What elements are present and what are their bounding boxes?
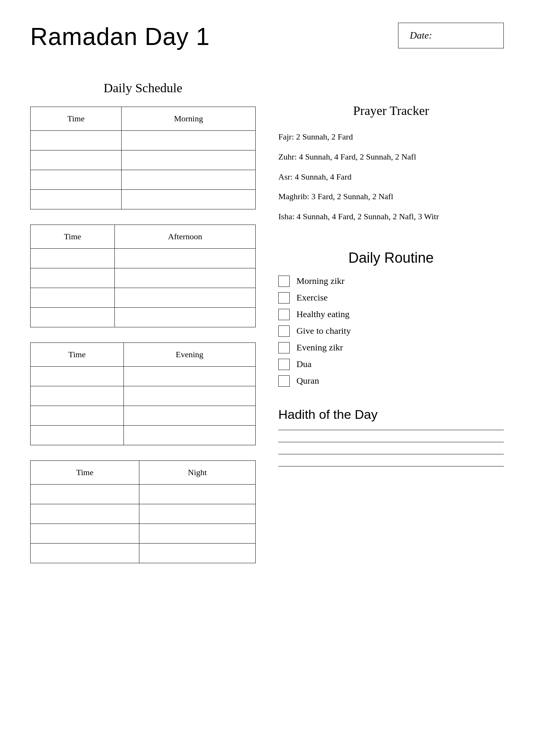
quran-checkbox[interactable] (278, 375, 290, 387)
activity-cell[interactable] (123, 426, 255, 445)
activity-cell[interactable] (122, 150, 256, 170)
afternoon-period-header: Afternoon (115, 225, 256, 249)
exercise-checkbox[interactable] (278, 292, 290, 304)
morning-time-header: Time (31, 107, 122, 131)
time-cell[interactable] (31, 367, 124, 386)
afternoon-table: Time Afternoon (30, 225, 256, 327)
night-period-header: Night (139, 461, 256, 485)
routine-list: Morning zikr Exercise Healthy eating Giv… (278, 276, 504, 392)
activity-cell[interactable] (139, 504, 256, 524)
table-row (31, 504, 256, 524)
time-cell[interactable] (31, 131, 122, 150)
time-cell[interactable] (31, 249, 115, 268)
time-cell[interactable] (31, 524, 139, 544)
prayer-list: Fajr: 2 Sunnah, 2 Fard Zuhr: 4 Sunnah, 4… (278, 131, 504, 231)
evening-zikr-checkbox[interactable] (278, 342, 290, 353)
table-row (31, 406, 256, 426)
prayer-zuhr: Zuhr: 4 Sunnah, 4 Fard, 2 Sunnah, 2 Nafl (278, 151, 504, 163)
routine-label: Evening zikr (296, 342, 343, 353)
table-row (31, 426, 256, 445)
time-cell[interactable] (31, 308, 115, 327)
table-row (31, 367, 256, 386)
activity-cell[interactable] (123, 367, 255, 386)
morning-table: Time Morning (30, 107, 256, 209)
table-row (31, 308, 256, 327)
time-cell[interactable] (31, 190, 122, 209)
table-row (31, 150, 256, 170)
prayer-fajr: Fajr: 2 Sunnah, 2 Fard (278, 131, 504, 143)
routine-label: Quran (296, 376, 319, 386)
time-cell[interactable] (31, 150, 122, 170)
hadith-title: Hadith of the Day (278, 407, 504, 422)
table-row (31, 544, 256, 563)
time-cell[interactable] (31, 406, 124, 426)
hadith-line-3[interactable] (278, 454, 504, 454)
routine-dua: Dua (278, 359, 504, 370)
routine-exercise: Exercise (278, 292, 504, 304)
activity-cell[interactable] (123, 386, 255, 406)
table-row (31, 524, 256, 544)
table-row (31, 288, 256, 308)
prayer-tracker-title: Prayer Tracker (278, 104, 504, 118)
time-cell[interactable] (31, 268, 115, 288)
prayer-asr: Asr: 4 Sunnah, 4 Fard (278, 171, 504, 183)
routine-morning-zikr: Morning zikr (278, 276, 504, 287)
activity-cell[interactable] (122, 131, 256, 150)
morning-zikr-checkbox[interactable] (278, 276, 290, 287)
routine-give-to-charity: Give to charity (278, 325, 504, 337)
evening-period-header: Evening (123, 343, 255, 367)
table-row (31, 386, 256, 406)
routine-label: Morning zikr (296, 276, 344, 286)
prayer-maghrib: Maghrib: 3 Fard, 2 Sunnah, 2 Nafl (278, 191, 504, 203)
hadith-line-1[interactable] (278, 429, 504, 430)
afternoon-time-header: Time (31, 225, 115, 249)
time-cell[interactable] (31, 170, 122, 190)
routine-quran: Quran (278, 375, 504, 387)
routine-healthy-eating: Healthy eating (278, 309, 504, 320)
activity-cell[interactable] (115, 308, 256, 327)
healthy-eating-checkbox[interactable] (278, 309, 290, 320)
routine-label: Dua (296, 359, 312, 369)
activity-cell[interactable] (115, 268, 256, 288)
routine-evening-zikr: Evening zikr (278, 342, 504, 353)
daily-schedule-title: Daily Schedule (30, 81, 256, 95)
page-title: Ramadan Day 1 (30, 23, 256, 51)
table-row (31, 249, 256, 268)
activity-cell[interactable] (139, 524, 256, 544)
activity-cell[interactable] (115, 249, 256, 268)
night-table: Time Night (30, 460, 256, 563)
dua-checkbox[interactable] (278, 359, 290, 370)
date-box[interactable]: Date: (398, 23, 504, 48)
routine-label: Give to charity (296, 326, 351, 336)
routine-label: Exercise (296, 293, 328, 303)
table-row (31, 485, 256, 504)
evening-table: Time Evening (30, 342, 256, 445)
time-cell[interactable] (31, 544, 139, 563)
prayer-isha: Isha: 4 Sunnah, 4 Fard, 2 Sunnah, 2 Nafl… (278, 211, 504, 223)
hadith-line-2[interactable] (278, 442, 504, 442)
evening-time-header: Time (31, 343, 124, 367)
activity-cell[interactable] (122, 190, 256, 209)
daily-routine-title: Daily Routine (278, 250, 504, 266)
left-column: Daily Schedule Time Morning Time Af (30, 81, 256, 578)
time-cell[interactable] (31, 426, 124, 445)
activity-cell[interactable] (139, 544, 256, 563)
activity-cell[interactable] (139, 485, 256, 504)
right-column: Prayer Tracker Fajr: 2 Sunnah, 2 Fard Zu… (278, 81, 504, 578)
activity-cell[interactable] (115, 288, 256, 308)
table-row (31, 131, 256, 150)
table-row (31, 268, 256, 288)
activity-cell[interactable] (123, 406, 255, 426)
time-cell[interactable] (31, 386, 124, 406)
morning-period-header: Morning (122, 107, 256, 131)
hadith-line-4[interactable] (278, 466, 504, 466)
time-cell[interactable] (31, 504, 139, 524)
activity-cell[interactable] (122, 170, 256, 190)
table-row (31, 190, 256, 209)
time-cell[interactable] (31, 288, 115, 308)
night-time-header: Time (31, 461, 139, 485)
give-to-charity-checkbox[interactable] (278, 325, 290, 337)
routine-label: Healthy eating (296, 309, 350, 319)
time-cell[interactable] (31, 485, 139, 504)
table-row (31, 170, 256, 190)
